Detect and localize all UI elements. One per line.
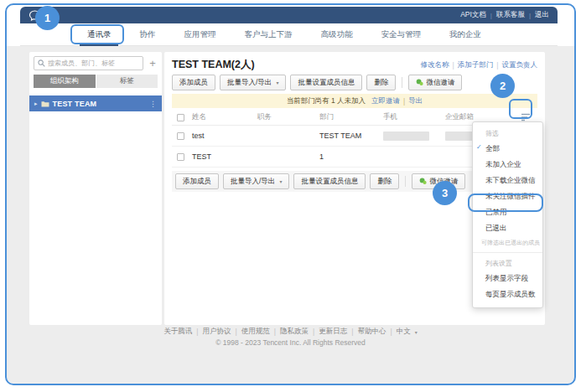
filter-dropdown-menu: 筛选 ✓ 全部 未加入企业 未下载企业微信 未关注微信插件 已禁用 已退出 可筛… (472, 121, 543, 308)
batch-import-export-button[interactable]: 批量导入/导出 ▾ (223, 173, 289, 189)
list-filter-icon (521, 113, 531, 121)
footer-link-privacy-policy[interactable]: 隐私政策 (280, 327, 309, 337)
footer-link-help-center[interactable]: 帮助中心 (357, 327, 386, 337)
rename-link[interactable]: 修改名称 (421, 60, 449, 70)
members-per-page-option[interactable]: 每页显示成员数 (473, 286, 542, 302)
tree-item-test-team[interactable]: ▸ TEST TEAM ⋮ (29, 95, 162, 111)
batch-set-member-info-button[interactable]: 批量设置成员信息 (293, 173, 366, 189)
sidebar: + 组织架构 标签 ▸ TEST TEAM ⋮ (29, 52, 162, 325)
sidebar-tabs: 组织架构 标签 (34, 75, 158, 88)
member-name: TEST (192, 152, 257, 161)
tree-item-label: TEST TEAM (53, 100, 146, 108)
member-department: 1 (319, 152, 383, 161)
expand-caret-icon[interactable]: ▸ (34, 101, 38, 107)
set-manager-link[interactable]: 设置负责人 (502, 60, 538, 70)
wework-admin-screenshot: API文档 | 联系客服 | 退出 通讯录 协作 应用管理 客户与上下游 高级功… (0, 0, 581, 392)
department-actions: 修改名称 | 添加子部门 | 设置负责人 (421, 60, 537, 70)
toolbar-divider (402, 77, 402, 88)
wechat-invite-button[interactable]: 微信邀请 (408, 75, 462, 90)
delete-button[interactable]: 删除 (366, 75, 396, 90)
member-name: test (192, 132, 257, 140)
dropdown-section-list-settings: 列表设置 (473, 256, 542, 271)
topbar-link-contact-support[interactable]: 联系客服 (496, 10, 525, 20)
language-selector[interactable]: 中文 (397, 327, 411, 337)
topbar-link-api-docs[interactable]: API文档 (460, 10, 486, 20)
folder-icon (41, 101, 49, 107)
delete-button[interactable]: 删除 (370, 173, 399, 189)
filter-option-exited[interactable]: 已退出 (473, 220, 542, 236)
export-link[interactable]: 导出 (408, 96, 423, 106)
tab-advanced-features[interactable]: 高级功能 (321, 29, 353, 40)
annotation-step-3: 3 (433, 181, 457, 205)
annotation-step-1: 1 (35, 6, 60, 30)
dropdown-divider (473, 252, 542, 253)
row-checkbox[interactable] (177, 153, 184, 161)
column-department: 部门 (319, 112, 383, 122)
batch-import-export-button[interactable]: 批量导入/导出 ▾ (220, 75, 286, 90)
separator: | (453, 61, 454, 70)
invite-now-link[interactable]: 立即邀请 (371, 96, 400, 106)
add-member-button[interactable]: 添加成员 (172, 75, 215, 90)
separator: | (274, 328, 276, 336)
annotation-step-2: 2 (490, 74, 515, 98)
separator: | (490, 12, 492, 19)
wechat-icon (416, 79, 423, 86)
filter-option-not-joined[interactable]: 未加入企业 (473, 157, 542, 173)
separator: | (236, 328, 237, 336)
wechat-icon (419, 178, 427, 185)
row-checkbox[interactable] (177, 132, 184, 140)
department-title: TEST TEAM(2人) (172, 59, 255, 70)
toolbar-divider (405, 176, 406, 187)
redacted-phone (383, 132, 429, 141)
notice-text: 当前部门尚有 1 人未加入 (287, 96, 366, 106)
separator: | (529, 12, 531, 19)
nav-bar: 通讯录 协作 应用管理 客户与上下游 高级功能 安全与管理 我的企业 (20, 23, 558, 46)
tab-my-company[interactable]: 我的企业 (449, 29, 481, 40)
tab-customers[interactable]: 客户与上下游 (245, 29, 293, 40)
search-icon (38, 59, 45, 67)
tab-labels[interactable]: 标签 (96, 75, 158, 88)
separator: | (403, 97, 405, 106)
footer-links: 关于腾讯 | 用户协议 | 使用规范 | 隐私政策 | 更新日志 | 帮助中心 … (7, 327, 574, 337)
tree-item-more-icon[interactable]: ⋮ (149, 100, 157, 108)
sidebar-search-row: + (29, 52, 162, 70)
search-input[interactable] (48, 59, 139, 67)
filter-hint-text: 可筛选出已退出的成员 (473, 236, 542, 249)
separator: | (390, 328, 392, 336)
column-mobile: 手机 (383, 112, 445, 122)
copyright-text: © 1998 - 2023 Tencent Inc. All Rights Re… (7, 338, 574, 347)
filter-option-not-downloaded[interactable]: 未下载企业微信 (473, 173, 542, 188)
separator: | (351, 328, 353, 336)
list-display-fields-option[interactable]: 列表显示字段 (473, 271, 542, 286)
footer-link-usage-rules[interactable]: 使用规范 (241, 327, 270, 337)
add-subdepartment-link[interactable]: 添加子部门 (458, 60, 494, 70)
tab-collaboration[interactable]: 协作 (140, 29, 156, 40)
top-bar: API文档 | 联系客服 | 退出 (20, 7, 558, 23)
separator: | (196, 328, 198, 336)
separator: | (313, 328, 314, 336)
topbar-links: API文档 | 联系客服 | 退出 (460, 10, 549, 20)
batch-set-member-info-button[interactable]: 批量设置成员信息 (290, 75, 362, 90)
tab-contacts[interactable]: 通讯录 (87, 29, 112, 40)
add-member-button[interactable]: 添加成员 (175, 173, 219, 189)
check-icon: ✓ (476, 143, 482, 151)
footer-link-changelog[interactable]: 更新日志 (319, 327, 347, 337)
tab-org-structure[interactable]: 组织架构 (34, 75, 96, 88)
filter-option-all[interactable]: ✓ 全部 (473, 141, 542, 157)
dropdown-caret-icon: ▾ (279, 178, 282, 184)
footer-link-user-agreement[interactable]: 用户协议 (203, 327, 231, 337)
filter-option-disabled[interactable]: 已禁用 (473, 204, 542, 220)
notice-links: 立即邀请 | 导出 (371, 96, 423, 106)
tab-security-management[interactable]: 安全与管理 (381, 29, 422, 40)
member-toolbar-top: 添加成员 批量导入/导出 ▾ 批量设置成员信息 删除 微信邀请 (172, 75, 537, 90)
topbar-link-logout[interactable]: 退出 (535, 10, 549, 20)
footer-link-about[interactable]: 关于腾讯 (163, 327, 192, 337)
add-department-button[interactable]: + (147, 58, 158, 70)
search-box[interactable] (34, 56, 143, 70)
tab-app-management[interactable]: 应用管理 (184, 29, 216, 40)
select-all-checkbox[interactable] (177, 114, 184, 121)
column-job-title: 职务 (257, 112, 319, 122)
filter-option-not-following-plugin[interactable]: 未关注微信插件 (473, 188, 542, 204)
list-options-button[interactable] (521, 113, 531, 121)
member-department: TEST TEAM (319, 132, 383, 140)
